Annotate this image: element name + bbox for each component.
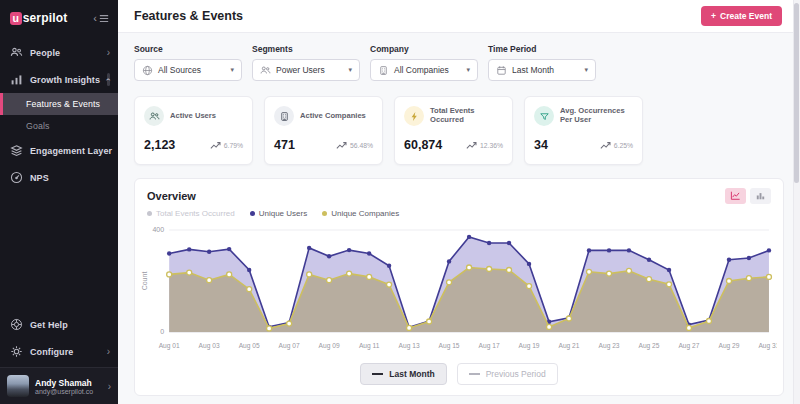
sidebar-item-growth-insights[interactable]: Growth Insights› [0, 66, 118, 93]
svg-text:Aug 07: Aug 07 [279, 342, 300, 350]
legend-item-unique-users[interactable]: Unique Users [250, 209, 307, 218]
collapse-section-button[interactable]: › [107, 73, 110, 86]
stat-label: Total Events Occurred [430, 107, 503, 124]
page-scrollbar[interactable] [793, 0, 800, 404]
layers-icon [10, 144, 23, 157]
chart-type-toggles [725, 188, 771, 204]
source-select[interactable]: All Sources▾ [134, 59, 242, 81]
filter-bar: SourceAll Sources▾SegmentsPower Users▾Co… [118, 33, 800, 94]
help-icon [10, 318, 23, 331]
scrollbar-thumb[interactable] [794, 3, 799, 183]
userpilot-logo-mark: u [10, 12, 22, 25]
hamburger-icon [99, 9, 109, 27]
gauge-icon [10, 171, 23, 184]
svg-text:Aug 21: Aug 21 [558, 342, 579, 350]
trend-up-icon [336, 136, 347, 154]
sidebar-item-label: Features & Events [26, 99, 100, 109]
create-event-label: Create Event [720, 11, 772, 21]
filter-time-period: Time PeriodLast Month▾ [488, 44, 596, 81]
svg-text:Aug 05: Aug 05 [239, 342, 260, 350]
overview-header: Overview [135, 179, 783, 209]
sidebar-header: userpilot ‹ [0, 0, 118, 39]
user-meta: Andy Shamah andy@userpilot.co [35, 378, 93, 395]
chart-svg: 0400CountAug 01Aug 03Aug 05Aug 07Aug 09A… [139, 220, 777, 354]
svg-text:Aug 31: Aug 31 [758, 342, 777, 350]
legend-item-total-events-occurred[interactable]: Total Events Occurred [147, 209, 235, 218]
sidebar-item-label: Growth Insights [30, 75, 100, 85]
sidebar-item-features-events[interactable]: Features & Events [0, 93, 118, 115]
stat-card-avg-occurrences-per-user: Avg. Occurrences Per User346.25% [524, 96, 643, 165]
sidebar-item-get-help[interactable]: Get Help [0, 311, 118, 338]
svg-text:Aug 09: Aug 09 [319, 342, 340, 350]
range-button-previous-period[interactable]: Previous Period [457, 363, 558, 385]
legend-label: Total Events Occurred [156, 209, 235, 218]
userpilot-logo-text: serpilot [23, 11, 68, 25]
stat-label: Avg. Occurrences Per User [560, 107, 633, 124]
stat-label: Active Users [170, 112, 216, 121]
funnel-icon [534, 106, 554, 126]
filter-label: Company [370, 44, 478, 54]
stat-value: 2,123 [144, 138, 175, 152]
stat-card-active-users: Active Users2,1236.79% [134, 96, 253, 165]
svg-text:400: 400 [152, 227, 164, 234]
sidebar-item-label: NPS [30, 173, 49, 183]
collapse-left-icon: ‹ [93, 13, 97, 24]
sidebar-item-engagement-layer[interactable]: Engagement Layer› [0, 137, 118, 164]
sidebar-item-label: Configure [30, 347, 73, 357]
chart-icon [10, 73, 23, 86]
filter-label: Time Period [488, 44, 596, 54]
stat-value: 471 [274, 138, 295, 152]
overview-title: Overview [147, 190, 196, 202]
bar-chart-icon [755, 187, 766, 205]
line-chart-toggle[interactable] [725, 188, 746, 204]
users-icon [144, 106, 164, 126]
legend-item-unique-companies[interactable]: Unique Companies [322, 209, 399, 218]
chevron-right-icon: › [108, 381, 111, 392]
building-icon [274, 106, 294, 126]
range-button-last-month[interactable]: Last Month [360, 363, 446, 385]
sidebar-item-configure[interactable]: Configure› [0, 338, 118, 365]
svg-text:Aug 27: Aug 27 [678, 342, 699, 350]
overview-chart: 0400CountAug 01Aug 03Aug 05Aug 07Aug 09A… [135, 220, 783, 358]
caret-down-icon: ▾ [348, 66, 352, 74]
svg-text:Aug 01: Aug 01 [159, 342, 180, 350]
plus-icon: + [711, 11, 716, 21]
svg-text:Count: Count [141, 272, 148, 291]
company-select[interactable]: All Companies▾ [370, 59, 478, 81]
filter-segments: SegmentsPower Users▾ [252, 44, 360, 81]
sidebar-item-goals[interactable]: Goals [0, 115, 118, 137]
segments-select[interactable]: Power Users▾ [252, 59, 360, 81]
svg-text:Aug 15: Aug 15 [439, 342, 460, 350]
sidebar-footer-nav: Get HelpConfigure› [0, 311, 118, 367]
sidebar-item-nps[interactable]: NPS [0, 164, 118, 191]
sidebar-item-label: People [30, 48, 60, 58]
users-icon [10, 46, 23, 59]
svg-text:Aug 19: Aug 19 [519, 342, 540, 350]
sidebar-collapse-button[interactable]: ‹ [93, 9, 109, 27]
svg-text:0: 0 [160, 329, 164, 336]
avatar [7, 375, 29, 397]
trend-up-icon [210, 136, 221, 154]
overview-card: Overview Total Events OccurredUnique Use… [134, 178, 784, 396]
solid-line-icon [372, 373, 383, 375]
globe-icon [142, 65, 153, 76]
bolt-icon [404, 106, 424, 126]
building-icon [378, 65, 389, 76]
userpilot-logo: userpilot [10, 11, 68, 25]
create-event-button[interactable]: + Create Event [701, 6, 782, 26]
svg-text:Aug 23: Aug 23 [599, 342, 620, 350]
range-button-label: Last Month [389, 369, 434, 379]
sidebar-item-label: Engagement Layer [30, 146, 112, 156]
sidebar-item-people[interactable]: People› [0, 39, 118, 66]
legend-label: Unique Users [259, 209, 307, 218]
stat-change: 6.79% [224, 142, 243, 149]
selected-value: Power Users [276, 65, 325, 75]
caret-down-icon: ▾ [230, 66, 234, 74]
bar-chart-toggle[interactable] [750, 188, 771, 204]
user-profile[interactable]: Andy Shamah andy@userpilot.co › [0, 367, 118, 404]
selected-value: All Sources [158, 65, 201, 75]
stat-card-active-companies: Active Companies47156.48% [264, 96, 383, 165]
stat-change: 6.25% [614, 142, 633, 149]
filter-company: CompanyAll Companies▾ [370, 44, 478, 81]
time-period-select[interactable]: Last Month▾ [488, 59, 596, 81]
